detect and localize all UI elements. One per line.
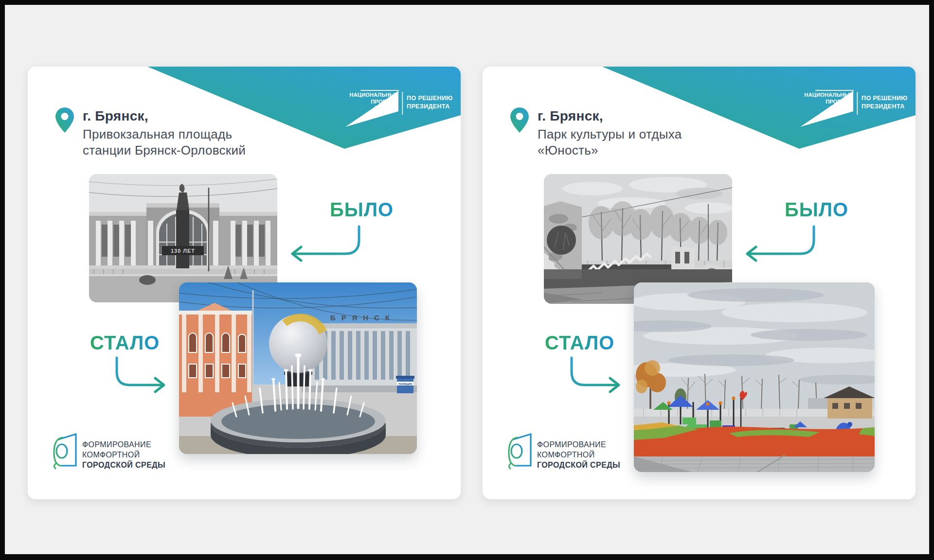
fountain-after-illustration: БРЯНСК (179, 282, 417, 454)
after-label: СТАЛО (545, 332, 614, 354)
np-logo-wordmark: НАЦИОНАЛЬНЫЕ ПРОЕКТЫ РОССИИ (339, 92, 398, 112)
np-logo-slogan: ПО РЕШЕНИЮ ПРЕЗИДЕНТА (862, 94, 908, 110)
page-background: НАЦИОНАЛЬНЫЕ ПРОЕКТЫ РОССИИ ПО РЕШЕНИЮ П… (5, 5, 929, 554)
after-arrow (568, 355, 626, 396)
location-line: станции Брянск-Орловский (83, 142, 287, 158)
fkgs-line: ФОРМИРОВАНИЕ (82, 439, 165, 450)
before-label: БЫЛО (330, 199, 394, 221)
location-line: Привокзальная площадь (83, 126, 287, 142)
playground-after-illustration (634, 282, 875, 472)
fkgs-logo-text: ФОРМИРОВАНИЕ КОМФОРТНОЙ ГОРОДСКОЙ СРЕДЫ (82, 439, 165, 470)
np-brand-line: ПРОЕКТЫ (339, 99, 398, 105)
location-pin-icon (510, 107, 529, 133)
card-park-yunost: НАЦИОНАЛЬНЫЕ ПРОЕКТЫ РОССИИ ПО РЕШЕНИЮ П… (483, 67, 916, 499)
np-brand-line: РОССИИ (339, 105, 398, 112)
np-slogan-line: ПО РЕШЕНИЮ (407, 94, 453, 103)
city-title: г. Брянск, (538, 108, 742, 124)
card-station-square: НАЦИОНАЛЬНЫЕ ПРОЕКТЫ РОССИИ ПО РЕШЕНИЮ П… (28, 67, 461, 499)
np-logo-slogan: ПО РЕШЕНИЮ ПРЕЗИДЕНТА (407, 94, 453, 110)
before-arrow (285, 224, 365, 264)
np-logo-wordmark: НАЦИОНАЛЬНЫЕ ПРОЕКТЫ РОССИИ (794, 92, 853, 112)
photo-after-playground (634, 282, 875, 472)
fkgs-line: КОМФОРТНОЙ (537, 450, 620, 460)
station-plaque-text: 130 ЛЕТ (171, 248, 195, 254)
np-flag-rule (360, 90, 399, 91)
fkgs-logo-icon (507, 431, 532, 470)
fkgs-line: КОМФОРТНОЙ (82, 450, 165, 460)
photo-after-fountain: БРЯНСК (179, 282, 417, 454)
building-sign-text: БРЯНСК (330, 314, 395, 322)
fkgs-line: ФОРМИРОВАНИЕ (537, 439, 620, 450)
np-brand-line: ПРОЕКТЫ (794, 99, 853, 105)
np-logo-divider (857, 92, 858, 115)
card-header: г. Брянск, Парк культуры и отдыха «Юност… (538, 108, 742, 158)
kiosk-sign-text: ПОЛИЦИЯ (398, 383, 412, 385)
fkgs-logo-text: ФОРМИРОВАНИЕ КОМФОРТНОЙ ГОРОДСКОЙ СРЕДЫ (537, 439, 620, 470)
after-arrow (113, 355, 171, 396)
np-slogan-line: ПРЕЗИДЕНТА (407, 103, 453, 111)
before-arrow (739, 224, 820, 264)
fkgs-logo-icon (52, 431, 77, 470)
screenshot-frame: НАЦИОНАЛЬНЫЕ ПРОЕКТЫ РОССИИ ПО РЕШЕНИЮ П… (0, 0, 934, 560)
after-label: СТАЛО (90, 332, 160, 354)
card-header: г. Брянск, Привокзальная площадь станции… (83, 108, 287, 158)
np-brand-line: НАЦИОНАЛЬНЫЕ (339, 92, 398, 99)
np-brand-line: НАЦИОНАЛЬНЫЕ (794, 92, 853, 99)
location-line: «Юность» (538, 142, 742, 158)
city-title: г. Брянск, (83, 108, 287, 124)
np-brand-line: РОССИИ (794, 105, 853, 112)
np-flag-rule (815, 90, 854, 91)
np-slogan-line: ПРЕЗИДЕНТА (862, 103, 908, 111)
location-pin-icon (55, 107, 74, 133)
before-label: БЫЛО (785, 199, 848, 221)
fkgs-line: ГОРОДСКОЙ СРЕДЫ (537, 460, 620, 470)
fkgs-line: ГОРОДСКОЙ СРЕДЫ (82, 460, 165, 470)
np-slogan-line: ПО РЕШЕНИЮ (862, 94, 908, 103)
np-logo-divider (402, 92, 403, 115)
location-line: Парк культуры и отдыха (538, 126, 742, 142)
